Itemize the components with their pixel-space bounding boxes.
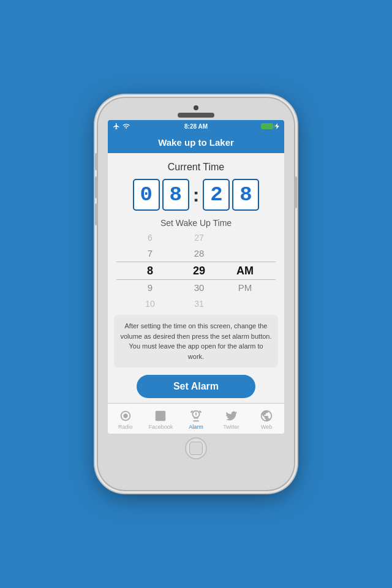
tab-bar: Radio Facebook Alarm (108, 403, 284, 434)
instructions-content: After setting the time on this screen, c… (120, 322, 271, 360)
main-content: Current Time 0 8 : 2 8 Set Wake Up Time … (108, 153, 284, 403)
set-wakeup-label: Set Wake Up Time (160, 218, 232, 228)
clock-colon: : (193, 179, 200, 211)
web-icon (260, 409, 273, 423)
ampm-picker-column[interactable]: AM PM (224, 232, 266, 310)
picker-minute-31[interactable]: 31 (175, 296, 224, 310)
home-button-inner (189, 442, 203, 455)
picker-ampm-empty2 (224, 246, 266, 262)
clock-display: 0 8 : 2 8 (133, 179, 260, 211)
tab-facebook-label: Facebook (149, 424, 173, 430)
tab-alarm-label: Alarm (189, 424, 203, 430)
clock-hour-ones: 8 (162, 179, 189, 211)
twitter-icon (225, 409, 238, 423)
page-title: Wake up to Laker (158, 137, 234, 148)
picker-ampm-empty-top (224, 232, 266, 246)
picker-minute-30[interactable]: 30 (175, 280, 224, 296)
phone-frame: 8:28 AM Wake up to Laker Current Time 0 … (98, 98, 294, 490)
picker-minute-selected[interactable]: 29 (175, 262, 224, 280)
phone-top (98, 105, 294, 118)
tab-facebook[interactable]: Facebook (143, 409, 179, 430)
power-button[interactable] (295, 176, 297, 208)
picker-ampm-empty-bottom (224, 296, 266, 310)
picker-am-selected[interactable]: AM (224, 262, 266, 280)
tab-web-label: Web (261, 424, 272, 430)
volume-down-button[interactable] (95, 203, 97, 225)
facebook-icon (154, 409, 167, 423)
clock-minute-ones: 8 (232, 179, 259, 211)
mute-button[interactable] (95, 153, 97, 170)
tab-alarm[interactable]: Alarm (178, 409, 214, 430)
instructions-text: After setting the time on this screen, c… (114, 315, 278, 368)
status-left-icons (113, 123, 130, 130)
wifi-icon (123, 123, 130, 130)
status-time: 8:28 AM (184, 123, 208, 130)
status-right-icons (261, 123, 279, 129)
time-picker[interactable]: 6 7 8 9 10 27 28 29 30 31 (108, 232, 284, 310)
radio-icon (119, 409, 132, 423)
picker-hour-selected[interactable]: 8 (126, 262, 175, 280)
airplane-icon (113, 123, 120, 130)
tab-twitter-label: Twitter (223, 424, 239, 430)
picker-minute-27[interactable]: 27 (175, 232, 224, 246)
minute-picker-column[interactable]: 27 28 29 30 31 (175, 232, 224, 310)
picker-hour-9[interactable]: 9 (126, 280, 175, 296)
screen: 8:28 AM Wake up to Laker Current Time 0 … (108, 120, 284, 434)
hour-picker-column[interactable]: 6 7 8 9 10 (126, 232, 175, 310)
tab-radio-label: Radio (118, 424, 133, 430)
battery-icon (261, 123, 273, 129)
picker-hour-10[interactable]: 10 (126, 296, 175, 310)
picker-pm[interactable]: PM (224, 280, 266, 296)
volume-up-button[interactable] (95, 176, 97, 198)
home-button[interactable] (185, 437, 207, 459)
speaker (178, 113, 214, 118)
alarm-icon (189, 409, 203, 423)
picker-hour-6[interactable]: 6 (126, 232, 175, 246)
tab-web[interactable]: Web (249, 409, 284, 430)
charging-icon (275, 123, 279, 129)
clock-hour-tens: 0 (133, 179, 160, 211)
clock-minute-tens: 2 (203, 179, 230, 211)
current-time-label: Current Time (168, 162, 224, 173)
picker-minute-28[interactable]: 28 (175, 246, 224, 262)
camera (194, 105, 198, 110)
set-alarm-button[interactable]: Set Alarm (137, 375, 255, 398)
tab-twitter[interactable]: Twitter (214, 409, 249, 430)
tab-radio[interactable]: Radio (108, 409, 143, 430)
status-bar: 8:28 AM (108, 120, 284, 132)
picker-hour-7[interactable]: 7 (126, 246, 175, 262)
navigation-bar: Wake up to Laker (108, 132, 284, 153)
